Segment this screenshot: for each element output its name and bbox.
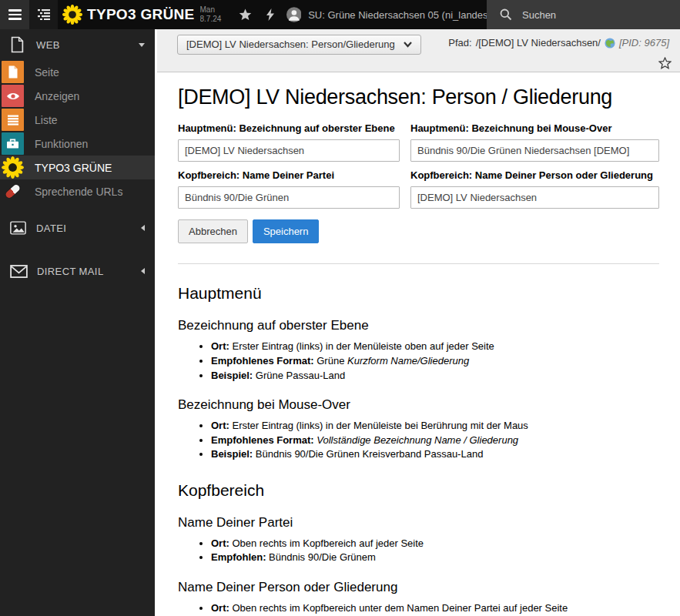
content-area: [DEMO] LV Niedersachsen: Person/Gliederu…	[155, 29, 680, 616]
search-label: Suchen	[522, 9, 556, 21]
sidebar-item-typo3-gruene[interactable]: TYPO3 GRÜNE	[0, 156, 155, 179]
menu-toggle-button[interactable]	[0, 0, 29, 29]
form-field: Hauptmenü: Bezeichnung auf oberster Eben…	[178, 122, 400, 162]
bookmarks-button[interactable]	[233, 8, 258, 21]
sidebar-section-label: DATEI	[36, 223, 141, 234]
subsection-title: Bezeichnung auf oberster Ebene	[178, 318, 659, 333]
sidebar-section-datei[interactable]: DATEI	[0, 213, 155, 243]
module-sidebar: WEB Seite Anzeigen Liste Funktionen	[0, 29, 155, 616]
bullet-list: Ort: Oben rechts im Kopfbereich unter de…	[178, 602, 659, 616]
input-kopfbereich-person-gliederung[interactable]	[410, 186, 659, 209]
search-icon	[500, 8, 512, 21]
search-bar[interactable]: Suchen	[487, 0, 680, 29]
section-hauptmenu: Hauptmenü Bezeichnung auf oberster Ebene…	[178, 284, 659, 461]
hamburger-icon	[8, 9, 22, 12]
module-body: [DEMO] LV Niedersachsen: Person / Gliede…	[157, 85, 680, 616]
bullet-list: Ort: Erster Eintrag (links) in der Menül…	[178, 340, 659, 382]
section-title: Hauptmenü	[178, 284, 659, 303]
user-avatar-icon	[286, 5, 302, 25]
field-label: Kopfbereich: Name Deiner Partei	[178, 169, 400, 181]
globe-icon	[605, 38, 615, 49]
document-outline-icon	[10, 36, 25, 53]
app-logo[interactable]: TYPO3 GRÜNE	[58, 5, 200, 25]
clear-cache-button[interactable]	[258, 8, 283, 21]
typo3-backend: TYPO3 GRÜNE Man 8.7.24	[0, 0, 680, 616]
pill-icon	[2, 180, 24, 203]
sidebar-item-seite[interactable]: Seite	[0, 60, 155, 84]
list-item: Empfohlenes Format: Vollständige Bezeich…	[211, 434, 659, 447]
section-title: Kopfbereich	[178, 481, 659, 500]
divider	[178, 263, 659, 264]
list-item: Beispiel: Grüne Passau-Land	[211, 370, 659, 382]
image-icon	[10, 221, 26, 235]
chevron-left-icon	[141, 225, 145, 231]
pid-label: [PID: 9675]	[619, 37, 669, 49]
envelope-icon	[10, 265, 28, 278]
breadcrumb: Pfad: /[DEMO] LV Niedersachsen/ [PID: 96…	[448, 35, 671, 49]
star-icon	[239, 8, 252, 21]
bullet-list: Ort: Oben rechts im Kopfbereich auf jede…	[178, 537, 659, 564]
module-menu-collapse-button[interactable]	[29, 0, 58, 29]
list-item: Empfohlenes Format: Grüne Kurzform Name/…	[211, 355, 659, 367]
user-menu[interactable]: SU: Grüne Niedersachsen 05 (ni_landesver…	[286, 5, 487, 25]
list-item: Empfohlen: Bündnis 90/Die Grünem	[211, 551, 659, 564]
sidebar-section-label: WEB	[36, 39, 139, 51]
input-hauptmenu-mouse-over[interactable]	[410, 139, 659, 162]
page-selector-label: [DEMO] LV Niedersachsen: Person/Gliederu…	[186, 38, 395, 50]
favorite-button[interactable]	[658, 57, 672, 69]
sunflower-module-icon	[2, 156, 24, 179]
chevron-down-icon	[404, 42, 412, 48]
star-outline-icon	[658, 57, 672, 69]
input-kopfbereich-partei[interactable]	[178, 186, 400, 209]
hamburger-icon	[8, 18, 22, 20]
brand-title: TYPO3 GRÜNE	[87, 6, 195, 23]
sunflower-icon	[62, 5, 82, 25]
functions-module-icon	[2, 132, 24, 155]
input-hauptmenu-oberste-ebene[interactable]	[178, 139, 400, 162]
field-label: Kopfbereich: Name Deiner Person oder Gli…	[410, 169, 659, 181]
form-field: Hauptmenü: Bezeichnung bei Mouse-Over	[410, 122, 659, 162]
subsection-title: Name Deiner Person oder Gliederung	[178, 580, 659, 595]
field-label: Hauptmenü: Bezeichnung bei Mouse-Over	[410, 122, 659, 134]
sidebar-item-anzeigen[interactable]: Anzeigen	[0, 84, 155, 108]
sidebar-section-label: DIRECT MAIL	[37, 266, 141, 277]
sidebar-item-sprechende-urls[interactable]: Sprechende URLs	[0, 179, 155, 203]
list-item: Ort: Oben rechts im Kopfbereich auf jede…	[211, 537, 659, 550]
topbar: TYPO3 GRÜNE Man 8.7.24	[0, 0, 680, 29]
form-field: Kopfbereich: Name Deiner Person oder Gli…	[410, 169, 659, 209]
settings-form: Hauptmenü: Bezeichnung auf oberster Eben…	[178, 122, 659, 209]
section-kopfbereich: Kopfbereich Name Deiner Partei Ort: Oben…	[178, 481, 659, 616]
form-field: Kopfbereich: Name Deiner Partei	[178, 169, 400, 209]
list-item: Ort: Erster Eintrag (links) in der Menül…	[211, 420, 659, 432]
field-label: Hauptmenü: Bezeichnung auf oberster Eben…	[178, 122, 400, 134]
path-label: Pfad:	[448, 37, 471, 49]
hamburger-icon	[8, 14, 22, 16]
page-title: [DEMO] LV Niedersachsen: Person / Gliede…	[178, 85, 659, 109]
subsection-title: Bezeichnung bei Mouse-Over	[178, 397, 659, 413]
sidebar-section-web[interactable]: WEB	[0, 29, 155, 60]
list-tree-icon	[38, 9, 50, 20]
chevron-down-icon	[139, 43, 145, 47]
bullet-list: Ort: Erster Eintrag (links) in der Menül…	[178, 420, 659, 461]
list-item: Ort: Erster Eintrag (links) in der Menül…	[211, 340, 659, 353]
view-module-icon	[2, 85, 24, 107]
docheader: [DEMO] LV Niedersachsen: Person/Gliederu…	[157, 29, 680, 72]
list-item: Beispiel: Bündnis 90/Die Grünen Kreisver…	[211, 448, 659, 460]
sidebar-item-funktionen[interactable]: Funktionen	[0, 132, 155, 156]
lightning-bolt-icon	[266, 8, 275, 21]
cancel-button[interactable]: Abbrechen	[178, 219, 248, 243]
page-selector-dropdown[interactable]: [DEMO] LV Niedersachsen: Person/Gliederu…	[177, 35, 421, 55]
page-module-icon	[2, 61, 24, 83]
sidebar-item-liste[interactable]: Liste	[0, 108, 155, 132]
save-button[interactable]: Speichern	[253, 219, 320, 243]
chevron-left-icon	[141, 268, 145, 274]
sidebar-section-direct-mail[interactable]: DIRECT MAIL	[0, 256, 155, 286]
path-value[interactable]: /[DEMO] LV Niedersachsen/	[476, 37, 601, 49]
subsection-title: Name Deiner Partei	[178, 515, 659, 531]
username-label: SU: Grüne Niedersachsen 05 (ni_landesver…	[308, 9, 487, 21]
list-item: Ort: Oben rechts im Kopfbereich unter de…	[211, 602, 659, 614]
list-module-icon	[2, 109, 24, 131]
topbar-main-area: TYPO3 GRÜNE Man 8.7.24	[58, 0, 487, 29]
version-label: Man 8.7.24	[200, 5, 233, 25]
